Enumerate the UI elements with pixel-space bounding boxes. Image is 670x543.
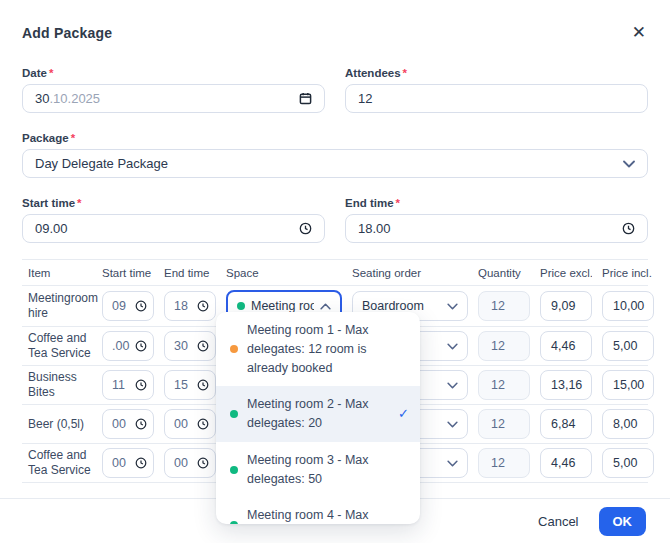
modal-title: Add Package xyxy=(22,25,112,41)
attendees-field-group: Attendees* 12 xyxy=(345,67,648,113)
clock-icon[interactable] xyxy=(197,300,209,312)
check-icon: ✓ xyxy=(398,404,409,424)
clock-icon[interactable] xyxy=(197,379,209,391)
clock-icon[interactable] xyxy=(622,222,635,235)
end-time-field-group: End time* 18.00 xyxy=(345,197,648,243)
row-end-time-input[interactable]: 00 xyxy=(164,409,216,439)
row-end-time-input[interactable]: 18 xyxy=(164,291,216,321)
row-start-time-input[interactable]: .00 xyxy=(102,331,154,361)
clock-icon[interactable] xyxy=(299,222,312,235)
quantity-input: 12 xyxy=(478,291,530,321)
date-field-group: Date* 30.10.2025 xyxy=(22,67,325,113)
price-incl-tax-input[interactable]: 10,00 xyxy=(602,291,654,321)
space-option[interactable]: Meeting room 1 - Max delegates: 12 room … xyxy=(216,312,420,386)
col-price-incl-tax: Price incl. tax xyxy=(602,267,654,279)
package-label: Package* xyxy=(22,132,648,144)
chevron-down-icon xyxy=(447,303,458,310)
package-field-group: Package* Day Delegate Package xyxy=(22,132,648,178)
item-name: Coffee and Tea Service xyxy=(28,448,92,478)
date-input[interactable]: 30.10.2025 xyxy=(22,84,325,113)
clock-icon[interactable] xyxy=(135,418,147,430)
row-end-time-input[interactable]: 15 xyxy=(164,370,216,400)
col-quantity: Quantity xyxy=(478,267,530,279)
table-header-row: Item Start time End time Space Seating o… xyxy=(22,259,648,285)
cancel-button[interactable]: Cancel xyxy=(538,514,578,529)
available-dot xyxy=(230,521,238,524)
attendees-label: Attendees* xyxy=(345,67,648,79)
space-dropdown-panel: Meeting room 1 - Max delegates: 12 room … xyxy=(216,312,420,524)
modal-header: Add Package ✕ xyxy=(0,0,670,41)
space-option-selected[interactable]: Meeting room 2 - Max delegates: 20 ✓ xyxy=(216,386,420,442)
date-day: 30 xyxy=(35,91,49,106)
item-name: Business Bites xyxy=(28,370,92,400)
available-dot xyxy=(230,410,238,418)
date-rest: .10.2025 xyxy=(49,91,100,106)
price-excl-tax-input[interactable]: 9,09 xyxy=(540,291,592,321)
col-price-excl-tax: Price excl. tax xyxy=(540,267,592,279)
quantity-input: 12 xyxy=(478,370,530,400)
start-time-label: Start time* xyxy=(22,197,325,209)
chevron-down-icon xyxy=(447,343,458,350)
package-select[interactable]: Day Delegate Package xyxy=(22,149,648,178)
price-excl-tax-input[interactable]: 13,16 xyxy=(540,370,592,400)
col-space: Space xyxy=(226,267,342,279)
clock-icon[interactable] xyxy=(135,379,147,391)
clock-icon[interactable] xyxy=(197,340,209,352)
quantity-input: 12 xyxy=(478,331,530,361)
quantity-input: 12 xyxy=(478,448,530,478)
start-time-input[interactable]: 09.00 xyxy=(22,214,325,243)
price-incl-tax-input[interactable]: 5,00 xyxy=(602,331,654,361)
item-name: Coffee and Tea Service xyxy=(28,331,92,361)
clock-icon[interactable] xyxy=(197,418,209,430)
end-time-label: End time* xyxy=(345,197,648,209)
price-incl-tax-input[interactable]: 5,00 xyxy=(602,448,654,478)
quantity-input: 12 xyxy=(478,409,530,439)
close-icon[interactable]: ✕ xyxy=(632,24,646,41)
clock-icon[interactable] xyxy=(135,457,147,469)
row-end-time-input[interactable]: 00 xyxy=(164,448,216,478)
chevron-up-icon xyxy=(320,303,331,310)
chevron-down-icon xyxy=(447,421,458,428)
available-dot xyxy=(230,466,238,474)
chevron-down-icon xyxy=(447,460,458,467)
calendar-icon[interactable] xyxy=(299,92,312,105)
col-item: Item xyxy=(28,267,92,279)
col-start-time: Start time xyxy=(102,267,154,279)
add-package-modal: Add Package ✕ Date* 30.10.2025 Attendees… xyxy=(0,0,670,543)
availability-dot xyxy=(237,302,245,310)
chevron-down-icon xyxy=(447,382,458,389)
item-name: Meetingroom hire xyxy=(28,291,92,321)
clock-icon[interactable] xyxy=(135,340,147,352)
attendees-input[interactable]: 12 xyxy=(345,84,648,113)
row-start-time-input[interactable]: 00 xyxy=(102,448,154,478)
clock-icon[interactable] xyxy=(197,457,209,469)
chevron-down-icon xyxy=(623,160,635,168)
row-end-time-input[interactable]: 30 xyxy=(164,331,216,361)
end-time-input[interactable]: 18.00 xyxy=(345,214,648,243)
form-area: Date* 30.10.2025 Attendees* 12 Package* … xyxy=(0,67,670,243)
ok-button[interactable]: OK xyxy=(599,507,647,536)
row-start-time-input[interactable]: 09 xyxy=(102,291,154,321)
price-incl-tax-input[interactable]: 15,00 xyxy=(602,370,654,400)
price-excl-tax-input[interactable]: 4,46 xyxy=(540,331,592,361)
space-option[interactable]: Meeting room 3 - Max delegates: 50 xyxy=(216,442,420,498)
clock-icon[interactable] xyxy=(135,300,147,312)
col-seating-order: Seating order xyxy=(352,267,468,279)
start-time-field-group: Start time* 09.00 xyxy=(22,197,325,243)
price-excl-tax-input[interactable]: 6,84 xyxy=(540,409,592,439)
price-incl-tax-input[interactable]: 8,00 xyxy=(602,409,654,439)
price-excl-tax-input[interactable]: 4,46 xyxy=(540,448,592,478)
booked-dot xyxy=(230,345,238,353)
col-end-time: End time xyxy=(164,267,216,279)
space-option[interactable]: Meeting room 4 - Max delegates: 100 xyxy=(216,497,420,524)
row-start-time-input[interactable]: 11 xyxy=(102,370,154,400)
item-name: Beer (0,5l) xyxy=(28,417,92,432)
row-start-time-input[interactable]: 00 xyxy=(102,409,154,439)
date-label: Date* xyxy=(22,67,325,79)
